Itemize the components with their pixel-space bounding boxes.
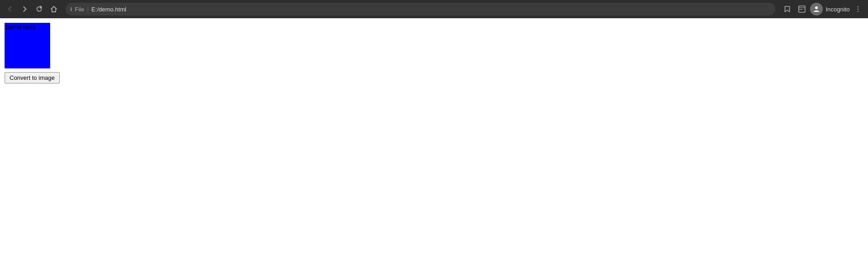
demo-text: Demo texts [5, 24, 36, 31]
address-separator: | [87, 6, 88, 13]
tab-search-button[interactable] [795, 3, 808, 16]
demo-box: Demo texts [5, 23, 50, 68]
file-label: File [75, 6, 84, 13]
menu-button[interactable] [852, 3, 864, 16]
page-content: Demo texts Convert to image [0, 18, 868, 260]
back-button[interactable] [4, 3, 16, 16]
page-info-icon: ℹ [70, 6, 72, 12]
address-text: E:/demo.html [91, 6, 126, 13]
address-bar[interactable]: ℹ File | E:/demo.html [66, 3, 775, 16]
profile-label: Incognito [826, 6, 850, 13]
forward-button[interactable] [18, 3, 31, 16]
svg-point-4 [858, 6, 858, 7]
svg-point-5 [858, 9, 858, 10]
reload-button[interactable] [33, 3, 46, 16]
svg-point-6 [858, 11, 858, 12]
convert-to-image-button[interactable]: Convert to image [5, 72, 60, 83]
right-controls: Incognito [781, 3, 864, 16]
svg-point-3 [815, 6, 818, 9]
svg-rect-0 [799, 6, 805, 12]
browser-toolbar: ℹ File | E:/demo.html Incognito [0, 0, 868, 18]
profile-button[interactable] [810, 3, 823, 16]
bookmark-button[interactable] [781, 3, 794, 16]
nav-buttons [4, 3, 60, 16]
home-button[interactable] [47, 3, 60, 16]
